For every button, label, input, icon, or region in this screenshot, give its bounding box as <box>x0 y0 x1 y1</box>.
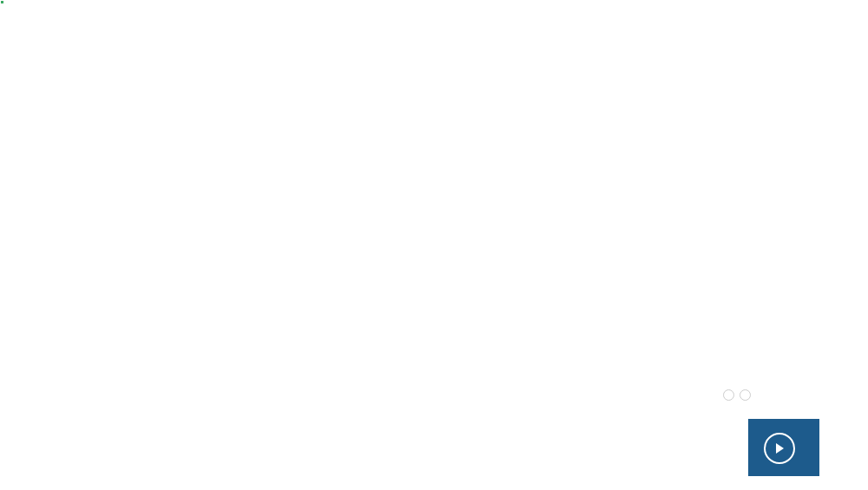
fill-handle[interactable] <box>0 0 4 4</box>
watermark-badge <box>748 419 819 476</box>
active-cell-indicator <box>0 0 3 3</box>
dot-icon <box>740 389 751 401</box>
dot-icon <box>723 389 734 401</box>
play-icon <box>764 433 795 464</box>
svg-marker-0 <box>776 443 784 454</box>
pagination-dots <box>723 389 751 401</box>
